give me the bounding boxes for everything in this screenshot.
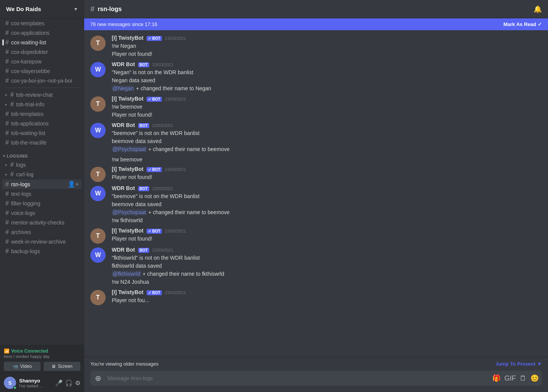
video-icon: 📹 [13, 364, 18, 369]
gift-icon[interactable]: 🎁 [492, 374, 501, 382]
sidebar-item-text-logs[interactable]: # text-logs [2, 189, 82, 198]
avatar: T [90, 167, 106, 182]
message-username[interactable]: [I] TwistyBot [112, 35, 144, 41]
message-header: [I] TwistyBot ✓ BOT 23/03/2021 [112, 289, 542, 295]
message-group: W WDR Bot BOT 23/03/2021 "beemove" is no… [84, 184, 548, 226]
bot-badge: BOT [138, 248, 149, 253]
sidebar-item-cox-waiting-list[interactable]: # cox-waiting-list [2, 38, 82, 47]
message-username[interactable]: [I] TwistyBot [112, 166, 144, 172]
sidebar-item-rsn-logs[interactable]: # rsn-logs 👤+ [2, 179, 82, 189]
sticker-icon[interactable]: 🗒 [520, 374, 527, 382]
sidebar-item-mentor-activity-checks[interactable]: # mentor-activity-checks [2, 218, 82, 227]
channel-label: tob-trial-info [16, 101, 44, 107]
message-text: beemove data saved [112, 200, 542, 208]
sidebar-item-cox-templates[interactable]: # cox-templates [2, 19, 82, 28]
sidebar-item-cox-applications[interactable]: # cox-applications [2, 28, 82, 37]
message-username[interactable]: WDR Bot [112, 61, 135, 67]
sidebar-item-archives[interactable]: # archives [2, 228, 82, 237]
sidebar-item-voice-logs[interactable]: # voice-logs [2, 208, 82, 218]
message-group: W WDR Bot BOT 23/03/2021 "beemove" is no… [84, 120, 548, 155]
sidebar-item-tob-applications[interactable]: # tob-applications [2, 119, 82, 128]
sidebar-item-carl-log[interactable]: ▸ # carl-log [2, 170, 82, 179]
user-controls: 🎤 🎧 ⚙ [55, 379, 80, 387]
sidebar-item-filter-logging[interactable]: # filter-logging [2, 199, 82, 208]
sidebar-item-cox-ya-boi[interactable]: # cox-ya-boi-jon--not-ya-boi [2, 76, 82, 85]
message-content: [I] TwistyBot ✓ BOT 23/03/2021 !rw Negan… [112, 35, 542, 58]
channel-label: archives [11, 229, 31, 235]
mark-as-read-button[interactable]: Mark As Read ✓ [504, 21, 542, 27]
hash-icon: # [5, 229, 9, 236]
server-header[interactable]: We Do Raids ▼ [0, 0, 84, 18]
section-collapse-icon[interactable]: ▾ [3, 154, 5, 158]
add-attachment-icon[interactable]: ⊕ [93, 371, 103, 386]
gif-icon[interactable]: GIF [504, 374, 516, 382]
hash-icon: # [5, 248, 9, 255]
sidebar-item-tob-waiting-list[interactable]: # tob-waiting-list [2, 128, 82, 138]
header-icons: 🔔 [533, 5, 542, 13]
message-timestamp: 23/03/2021 [152, 248, 173, 252]
sidebar-item-cox-karepow[interactable]: # cox-karepow [2, 57, 82, 66]
channel-label: week-in-review-archive [11, 239, 66, 245]
sidebar-item-cox-dopedokter[interactable]: # cox-dopedokter [2, 47, 82, 57]
hash-icon: # [10, 161, 14, 168]
video-button[interactable]: 📹 Video [4, 362, 41, 371]
message-username[interactable]: [I] TwistyBot [112, 228, 144, 234]
channel-label: mentor-activity-checks [11, 220, 64, 226]
screen-share-button[interactable]: 🖥 Screen [44, 362, 80, 371]
headphones-icon[interactable]: 🎧 [65, 379, 73, 387]
older-messages-text: You're viewing older messages [90, 361, 158, 367]
notification-bell-icon[interactable]: 🔔 [533, 5, 542, 13]
settings-icon[interactable]: ⚙ [75, 379, 80, 387]
message-header: [I] TwistyBot ✓ BOT 23/03/2021 [112, 96, 542, 102]
message-text: Player not fou... [112, 296, 542, 304]
sidebar-item-cox-slayersebbe[interactable]: # cox-slayersebbe [2, 67, 82, 76]
emoji-icon[interactable]: 😊 [530, 374, 539, 382]
server-name: We Do Raids [6, 6, 41, 12]
verified-bot-badge: ✓ BOT [147, 36, 162, 41]
message-username[interactable]: WDR Bot [112, 185, 135, 191]
sidebar-item-logs[interactable]: ▸ # logs [2, 160, 82, 169]
jump-to-present-button[interactable]: Jump To Present ▼ [496, 361, 542, 367]
message-group: T [I] TwistyBot ✓ BOT 23/03/2021 !rw Neg… [84, 33, 548, 60]
message-username[interactable]: [I] TwistyBot [112, 96, 144, 102]
message-username[interactable]: [I] TwistyBot [112, 289, 144, 295]
message-text: Player not found! [112, 173, 542, 181]
mention: @Negan [112, 85, 134, 91]
channel-label: tob-review-chat [16, 92, 53, 98]
older-messages-banner: You're viewing older messages Jump To Pr… [84, 357, 548, 371]
message-text: @Psychopaat + changed their name to beem… [112, 208, 542, 216]
add-member-icon[interactable]: 👤+ [68, 181, 79, 188]
hash-icon: # [5, 39, 9, 46]
messages-area[interactable]: T [I] TwistyBot ✓ BOT 23/03/2021 !rw Neg… [84, 30, 548, 357]
message-text: "Negan" is not on the WDR banlist [112, 68, 542, 76]
channel-label: cox-ya-boi-jon--not-ya-boi [11, 78, 72, 84]
sidebar-item-tob-review-chat[interactable]: ▸ # tob-review-chat [2, 90, 82, 99]
avatar: T [90, 228, 106, 244]
sidebar-item-week-in-review-archive[interactable]: # week-in-review-archive [2, 237, 82, 246]
sidebar-item-tob-templates[interactable]: # tob-templates [2, 109, 82, 119]
expand-icon: ▸ [5, 163, 7, 167]
voice-action-buttons: 📹 Video 🖥 Screen [4, 362, 80, 371]
message-text: "beemove" is not on the WDR banlist [112, 129, 542, 137]
verified-bot-badge: ✓ BOT [147, 167, 162, 172]
user-info: Shannyo I've tasted ... [19, 378, 52, 388]
message-header: WDR Bot BOT 23/03/2021 [112, 185, 542, 191]
message-input[interactable] [106, 371, 489, 385]
channel-label: cox-dopedokter [11, 49, 48, 55]
sidebar-item-tob-the-maclife[interactable]: # tob-the-maclife [2, 138, 82, 147]
message-username[interactable]: WDR Bot [112, 247, 135, 253]
sidebar-item-backup-logs[interactable]: # backup-logs [2, 247, 82, 256]
user-status-indicator [13, 386, 17, 390]
sidebar-item-tob-trial-info[interactable]: ▸ # tob-trial-info [2, 100, 82, 109]
voice-connected-indicator: 📶 Voice Connected [4, 348, 80, 354]
chevron-down-icon: ▼ [537, 361, 542, 367]
message-username[interactable]: WDR Bot [112, 122, 135, 128]
voice-connected-label: Voice Connected [11, 348, 48, 354]
message-text: !rw fkthiswrld [112, 216, 542, 224]
hash-icon: # [5, 20, 9, 27]
microphone-icon[interactable]: 🎤 [55, 379, 63, 387]
channel-label: cox-templates [11, 20, 44, 26]
hash-icon: # [5, 190, 9, 197]
hash-icon: # [5, 181, 9, 188]
channel-label: cox-slayersebbe [11, 68, 50, 74]
